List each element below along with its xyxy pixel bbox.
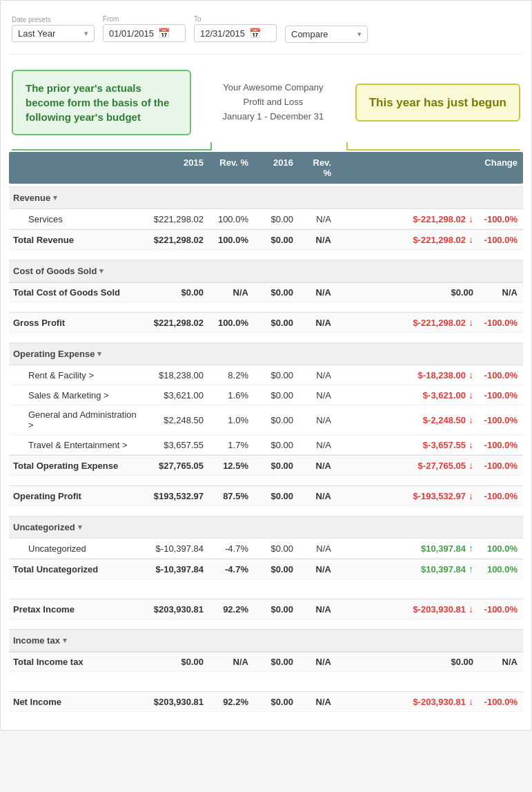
- compare-value: Compare: [291, 29, 328, 39]
- row-v2: $0.00: [254, 543, 299, 554]
- row-v1: $193,532.97: [147, 491, 209, 501]
- change-value: $-203,930.81: [413, 604, 466, 615]
- section-label: Uncategorized: [13, 522, 75, 532]
- calendar-icon: 📅: [158, 28, 170, 39]
- to-date-value: 12/31/2015: [200, 28, 245, 39]
- row-r1: 12.5%: [209, 461, 254, 471]
- col-header-name: [9, 157, 147, 178]
- row-change: $0.00 N/A: [337, 657, 523, 667]
- col-header-change: Change: [337, 157, 523, 178]
- arrow-down-icon: ↓: [469, 439, 473, 450]
- arrow-down-icon: ↓: [469, 213, 473, 224]
- arrow-up-icon: ↑: [469, 543, 473, 554]
- row-change: $-3,621.00 ↓ -100.0%: [337, 389, 523, 400]
- row-change: $-221,298.02 ↓ -100.0%: [337, 213, 523, 224]
- change-value: $-203,930.81: [413, 697, 466, 707]
- spacer: [9, 579, 523, 589]
- arrow-down-icon: ↓: [469, 696, 473, 707]
- section-header-operating-expense[interactable]: Operating Expense ▾: [9, 342, 523, 365]
- row-v1: $203,930.81: [147, 604, 209, 615]
- row-v1: $27,765.05: [147, 461, 209, 471]
- arrow-down-icon: ↓: [469, 317, 473, 328]
- row-v1: $0.00: [147, 657, 209, 667]
- change-pct: 100.0%: [476, 543, 518, 554]
- row-name: Total Operating Expense: [9, 461, 147, 471]
- row-r1: -4.7%: [209, 564, 254, 574]
- calendar-icon-2: 📅: [249, 28, 261, 39]
- table-row: Total Income tax $0.00 N/A $0.00 N/A $0.…: [9, 652, 523, 672]
- col-header-rev1: Rev. %: [209, 157, 254, 178]
- row-name: Total Revenue: [9, 235, 147, 245]
- row-name: Total Cost of Goods Sold: [9, 287, 147, 298]
- spacer: [9, 672, 523, 682]
- arrow-up-icon: ↑: [469, 563, 473, 574]
- compare-select[interactable]: Compare ▾: [285, 26, 368, 43]
- row-change: $-2,248.50 ↓ -100.0%: [337, 414, 523, 425]
- banner-yellow: This year has just begun: [355, 84, 520, 122]
- section-header-cogs[interactable]: Cost of Goods Sold ▾: [9, 260, 523, 282]
- change-pct: -100.0%: [476, 491, 518, 501]
- section-header-income-tax[interactable]: Income tax ▾: [9, 629, 523, 652]
- row-name[interactable]: Sales & Marketing >: [9, 390, 147, 400]
- change-pct: -100.0%: [476, 235, 518, 245]
- arrow-down-icon: ↓: [469, 603, 473, 615]
- row-change: $-203,930.81 ↓ -100.0%: [337, 603, 523, 615]
- table-row: Total Uncategorized $-10,397.84 -4.7% $0…: [9, 559, 523, 579]
- row-name[interactable]: General and Administration >: [9, 409, 147, 430]
- row-name: Total Uncategorized: [9, 564, 147, 574]
- table-row: Uncategorized $-10,397.84 -4.7% $0.00 N/…: [9, 539, 523, 559]
- row-r2: N/A: [299, 287, 337, 298]
- row-v2: $0.00: [254, 461, 299, 471]
- table-row: Services $221,298.02 100.0% $0.00 N/A $-…: [9, 209, 523, 229]
- change-value: $-3,657.55: [423, 440, 466, 450]
- arrow-down-icon: ↓: [469, 490, 473, 501]
- chevron-down-icon-2: ▾: [357, 30, 362, 39]
- arrow-down-icon: ↓: [469, 389, 473, 400]
- row-v1: $3,621.00: [147, 390, 209, 400]
- section-label: Cost of Goods Sold: [13, 266, 97, 276]
- change-value: $10,397.84: [421, 543, 466, 554]
- to-date-input[interactable]: 12/31/2015 📅: [194, 24, 277, 42]
- date-range-title: January 1 - December 31: [222, 110, 324, 124]
- table-row: Pretax Income $203,930.81 92.2% $0.00 N/…: [9, 599, 523, 619]
- date-presets-select[interactable]: Last Year ▾: [12, 25, 95, 42]
- row-name: Gross Profit: [9, 318, 147, 328]
- row-v2: $0.00: [254, 604, 299, 615]
- change-pct: -100.0%: [476, 390, 518, 400]
- row-change: $10,397.84 ↑ 100.0%: [337, 543, 523, 554]
- section-header-revenue[interactable]: Revenue ▾: [9, 186, 523, 209]
- banner-green: The prior year's actuals become form the…: [12, 70, 191, 135]
- row-v1: $-10,397.84: [147, 543, 209, 554]
- change-value: $-2,248.50: [423, 415, 466, 425]
- change-pct: -100.0%: [476, 697, 518, 707]
- from-date-input[interactable]: 01/01/2015 📅: [103, 24, 186, 42]
- row-r2: N/A: [299, 461, 337, 471]
- row-v1: $221,298.02: [147, 318, 209, 328]
- row-v2: $0.00: [254, 564, 299, 574]
- report-table: Revenue ▾ Services $221,298.02 100.0% $0…: [9, 186, 523, 722]
- arrow-down-icon: ↓: [469, 460, 473, 471]
- row-r1: N/A: [209, 657, 254, 667]
- chevron-down-icon: ▾: [53, 193, 57, 202]
- change-pct: N/A: [476, 657, 518, 667]
- row-name[interactable]: Travel & Entertainment >: [9, 440, 147, 450]
- change-value: $-221,298.02: [413, 235, 466, 245]
- row-name: Uncategorized: [9, 543, 147, 554]
- change-value: $-27,765.05: [418, 461, 466, 471]
- row-change: $-27,765.05 ↓ -100.0%: [337, 460, 523, 471]
- table-row: Operating Profit $193,532.97 87.5% $0.00…: [9, 485, 523, 506]
- row-r1: 1.7%: [209, 440, 254, 450]
- spacer: [9, 476, 523, 485]
- row-v1: $3,657.55: [147, 440, 209, 450]
- change-pct: -100.0%: [476, 318, 518, 328]
- row-name[interactable]: Rent & Facility >: [9, 370, 147, 380]
- change-value: $-193,532.97: [413, 491, 466, 501]
- chevron-down-icon: ▾: [84, 29, 88, 38]
- arrow-down-icon: ↓: [469, 234, 473, 245]
- chevron-down-icon: ▾: [78, 523, 82, 532]
- section-header-uncategorized[interactable]: Uncategorized ▾: [9, 516, 523, 539]
- table-row: Total Cost of Goods Sold $0.00 N/A $0.00…: [9, 282, 523, 302]
- change-value: $-221,298.02: [413, 214, 466, 224]
- from-date-value: 01/01/2015: [109, 28, 154, 39]
- toolbar: Date presets Last Year ▾ From 01/01/2015…: [9, 9, 523, 55]
